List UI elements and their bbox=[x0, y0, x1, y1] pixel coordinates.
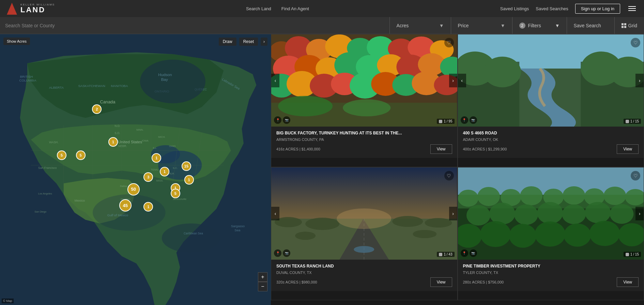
listing-4-view-button[interactable]: View bbox=[617, 277, 639, 287]
svg-point-129 bbox=[480, 221, 511, 247]
cluster-marker-10[interactable]: 50 bbox=[127, 183, 140, 195]
listing-4-location: TYLER COUNTY, TX bbox=[463, 271, 639, 275]
price-dropdown[interactable]: Price ▼ bbox=[451, 17, 512, 34]
listing-2-title: 400 S 4665 ROAD bbox=[463, 131, 639, 136]
svg-point-131 bbox=[535, 221, 565, 247]
listing-4-map-icon[interactable]: 📍 bbox=[461, 249, 468, 257]
listing-2-img-icons: 📍 📷 bbox=[461, 116, 477, 124]
cluster-marker-5[interactable]: 1 bbox=[160, 167, 169, 176]
svg-point-49 bbox=[140, 60, 205, 103]
listing-2-camera-icon[interactable]: 📷 bbox=[470, 116, 477, 124]
draw-button[interactable]: Draw bbox=[219, 38, 236, 46]
filters-label: Filters bbox=[528, 23, 541, 28]
listing-2-favorite-button[interactable]: ♡ bbox=[631, 38, 640, 47]
cluster-marker-11[interactable]: 45 bbox=[119, 199, 132, 212]
svg-point-121 bbox=[466, 205, 490, 226]
listing-1-prev-button[interactable]: ‹ bbox=[271, 74, 279, 87]
listing-3-location: DUVAL COUNTY, TX bbox=[276, 271, 452, 275]
listing-2-img-counter: 1 / 15 bbox=[624, 119, 641, 124]
nav-search-land[interactable]: Search Land bbox=[246, 6, 271, 11]
listing-3-view-button[interactable]: View bbox=[430, 277, 452, 287]
cluster-marker-8[interactable]: 5 bbox=[76, 150, 86, 160]
listing-1-next-button[interactable]: › bbox=[449, 74, 457, 87]
listing-4-img-counter: 1 / 15 bbox=[624, 252, 641, 257]
cluster-marker-9[interactable]: 1 bbox=[108, 137, 118, 147]
svg-text:NEBR.: NEBR. bbox=[118, 144, 127, 148]
cluster-marker-12[interactable]: 5 bbox=[171, 189, 180, 198]
listing-4-favorite-button[interactable]: ♡ bbox=[631, 171, 640, 180]
location-search-input[interactable] bbox=[5, 23, 384, 28]
svg-text:COLUMBIA: COLUMBIA bbox=[19, 78, 37, 82]
svg-text:WASH.: WASH. bbox=[49, 141, 59, 144]
listing-2-map-icon[interactable]: 📍 bbox=[461, 116, 468, 124]
zoom-in-button[interactable]: + bbox=[258, 272, 267, 282]
svg-rect-96 bbox=[626, 120, 629, 123]
search-bar: Acres ▼ Price ▼ 2 Filters ▼ Save Search … bbox=[0, 17, 644, 34]
listing-4-next-button[interactable]: › bbox=[635, 207, 644, 220]
acres-dropdown[interactable]: Acres ▼ bbox=[390, 17, 451, 34]
grid-button[interactable]: Grid bbox=[615, 17, 644, 34]
listing-3-camera-icon[interactable]: 📷 bbox=[283, 249, 290, 257]
main-nav: Search Land Find An Agent bbox=[246, 6, 309, 11]
svg-rect-135 bbox=[626, 253, 629, 256]
listing-3-next-button[interactable]: › bbox=[449, 207, 457, 220]
svg-point-112 bbox=[458, 190, 478, 207]
main-content: Canada United States Mexico Gulf of Mexi… bbox=[0, 34, 644, 305]
reset-button[interactable]: Reset bbox=[239, 38, 258, 46]
menu-line-2 bbox=[628, 8, 636, 9]
svg-text:Sea: Sea bbox=[234, 228, 241, 232]
svg-text:TENN.: TENN. bbox=[151, 168, 158, 171]
svg-point-130 bbox=[509, 224, 536, 248]
listing-2-next-button[interactable]: › bbox=[635, 74, 644, 87]
listing-2-prev-button[interactable]: ‹ bbox=[458, 74, 466, 87]
listing-3-map-icon[interactable]: 📍 bbox=[274, 249, 281, 257]
cluster-marker-2[interactable]: 15 bbox=[182, 161, 191, 171]
listings-area: ♡ ‹ › 📍 📷 1 / 95 BIG BUCK FACTORY, TURNK… bbox=[271, 34, 644, 305]
login-button[interactable]: Sign up or Log in bbox=[575, 4, 620, 14]
listing-img-svg-4 bbox=[458, 168, 644, 260]
listing-3-title: SOUTH TEXAS RANCH LAND bbox=[276, 264, 452, 269]
listing-4-camera-icon[interactable]: 📷 bbox=[470, 249, 477, 257]
map-arrow-button[interactable]: › bbox=[261, 38, 267, 46]
map-attribution: © Map bbox=[2, 299, 14, 303]
svg-point-93 bbox=[484, 57, 521, 87]
listing-1-favorite-button[interactable]: ♡ bbox=[444, 38, 454, 47]
saved-listings-link[interactable]: Saved Listings bbox=[500, 6, 529, 11]
listing-1-img-counter: 1 / 95 bbox=[437, 119, 454, 124]
listing-2-bottom: 400± ACRES | $1,299,900 View bbox=[463, 144, 639, 154]
svg-point-127 bbox=[610, 204, 633, 224]
svg-point-102 bbox=[392, 216, 423, 227]
svg-text:Bay: Bay bbox=[161, 77, 168, 82]
listing-3-favorite-button[interactable]: ♡ bbox=[444, 171, 454, 180]
svg-text:S.D.: S.D. bbox=[114, 131, 120, 135]
acres-label: Acres bbox=[397, 23, 409, 28]
filter-count-badge: 2 bbox=[519, 23, 525, 29]
saved-searches-link[interactable]: Saved Searches bbox=[536, 6, 568, 11]
svg-rect-2 bbox=[624, 23, 626, 25]
svg-rect-108 bbox=[439, 253, 442, 256]
listing-1-view-button[interactable]: View bbox=[430, 144, 452, 154]
filters-button[interactable]: 2 Filters ▼ bbox=[512, 17, 567, 34]
listing-1-camera-icon[interactable]: 📷 bbox=[283, 116, 290, 124]
grid-label: Grid bbox=[628, 23, 637, 28]
listing-1-map-icon[interactable]: 📍 bbox=[274, 116, 281, 124]
price-label: Price bbox=[458, 23, 469, 28]
svg-text:Mexico: Mexico bbox=[75, 199, 85, 202]
svg-text:ALA.: ALA. bbox=[169, 172, 174, 175]
zoom-out-button[interactable]: − bbox=[258, 282, 267, 291]
cluster-marker-14[interactable]: 1 bbox=[184, 175, 194, 185]
map-zoom-controls: + − bbox=[258, 272, 267, 291]
price-chevron-icon: ▼ bbox=[501, 23, 505, 28]
svg-text:Canada: Canada bbox=[100, 99, 116, 104]
header: KELLER WILLIAMS LAND Search Land Find An… bbox=[0, 0, 644, 17]
listing-3-bottom: 320± ACRES | $980,000 View bbox=[276, 277, 452, 287]
listing-3-prev-button[interactable]: ‹ bbox=[271, 207, 279, 220]
menu-icon[interactable] bbox=[627, 5, 637, 12]
listing-2-info: 400 S 4665 ROAD ADAIR COUNTY, OK 400± AC… bbox=[458, 127, 644, 158]
show-acres-button[interactable]: Show Acres bbox=[3, 38, 30, 45]
listing-2-view-button[interactable]: View bbox=[617, 144, 639, 154]
map-svg[interactable]: Canada United States Mexico Gulf of Mexi… bbox=[0, 34, 271, 305]
svg-text:MANITOBA: MANITOBA bbox=[111, 84, 128, 88]
nav-find-agent[interactable]: Find An Agent bbox=[281, 6, 309, 11]
save-search-button[interactable]: Save Search bbox=[567, 17, 615, 34]
